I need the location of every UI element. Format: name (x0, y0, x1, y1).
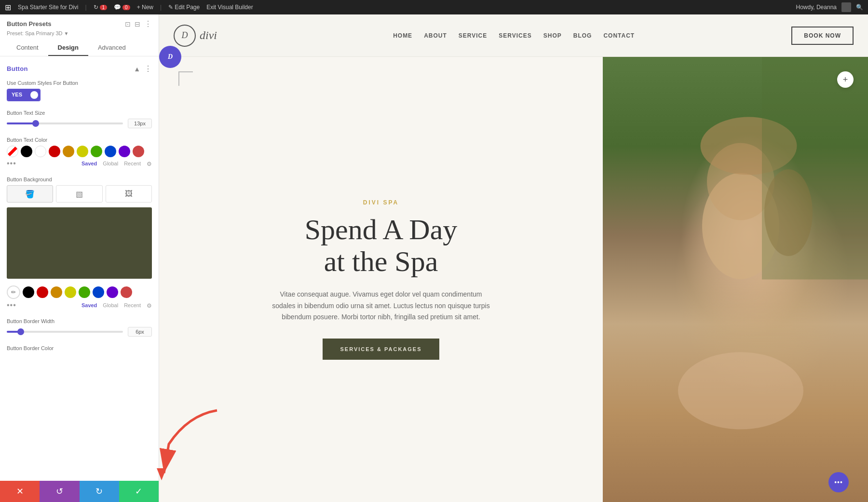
tab-content[interactable]: Content (7, 40, 48, 56)
update-icon: ↻ (94, 4, 98, 11)
border-width-thumb[interactable] (17, 328, 24, 335)
palette-tab-global[interactable]: Global (103, 302, 118, 309)
border-color-field: Button Border Color (7, 345, 152, 351)
edit-page-btn[interactable]: ✎ Edit Page (168, 4, 200, 11)
nav-shop[interactable]: SHOP (543, 32, 562, 39)
palette-pinkred[interactable] (121, 286, 132, 298)
color-swatch-black[interactable] (21, 146, 32, 157)
save-button[interactable]: ✓ (119, 481, 159, 502)
wordpress-logo[interactable]: ⊞ (5, 3, 11, 12)
nav-home[interactable]: HOME (393, 32, 412, 39)
toggle-slider[interactable] (26, 90, 40, 100)
panel-menu-icon[interactable]: ⋮ (144, 19, 152, 28)
palette-green[interactable] (79, 286, 90, 298)
text-size-track[interactable] (7, 122, 123, 124)
color-tab-recent[interactable]: Recent (124, 161, 141, 167)
preset-text: Preset: Spa Primary 3D (7, 30, 63, 36)
palette-orange[interactable] (51, 286, 62, 298)
plus-icon: + (843, 75, 848, 85)
panel-body: Button ▲ ⋮ Use Custom Styles For Button … (0, 56, 159, 481)
tab-design[interactable]: Design (48, 40, 88, 56)
hero-cta-button[interactable]: SERVICES & PACKAGES (323, 339, 439, 360)
gradient-icon: ▧ (76, 190, 83, 199)
color-swatch-yellow[interactable] (77, 146, 88, 157)
nav-service[interactable]: SERVICE (459, 32, 487, 39)
search-icon[interactable]: 🔍 (856, 4, 863, 11)
nav-contact[interactable]: CONTACT (603, 32, 635, 39)
comments-btn[interactable]: 💬 0 (114, 4, 130, 11)
color-swatch-blue[interactable] (105, 146, 116, 157)
panel-header: Button Presets ⊡ ⊟ ⋮ Preset: Spa Primary… (0, 14, 159, 56)
edit-icon: ✎ (168, 4, 173, 11)
image-icon: 🖼 (125, 190, 133, 198)
site-name-link[interactable]: Spa Starter Site for Divi (18, 4, 78, 11)
three-dots-button[interactable]: ••• (828, 472, 849, 492)
palette-tab-saved[interactable]: Saved (81, 302, 97, 309)
custom-styles-toggle[interactable]: YES (7, 89, 41, 101)
palette-yellow[interactable] (65, 286, 76, 298)
color-swatch-purple[interactable] (119, 146, 130, 157)
border-width-value[interactable]: 6px (128, 327, 152, 337)
separator-2: | (160, 4, 162, 11)
panel-resize-icon[interactable]: ⊡ (125, 20, 131, 28)
palette-more-icon[interactable]: ••• (7, 301, 16, 310)
undo-button[interactable]: ↺ (40, 481, 79, 502)
text-size-thumb[interactable] (32, 120, 39, 127)
panel-footer: ✕ ↺ ↻ ✓ (0, 481, 159, 502)
text-color-swatches (7, 146, 152, 157)
section-menu-icon[interactable]: ⋮ (144, 64, 152, 73)
color-tab-global[interactable]: Global (103, 161, 118, 167)
color-tab-saved[interactable]: Saved (81, 161, 97, 167)
bg-type-gradient[interactable]: ▧ (56, 185, 102, 203)
preset-selector[interactable]: Preset: Spa Primary 3D ▼ (7, 30, 152, 36)
panel-title-row: Button Presets ⊡ ⊟ ⋮ (7, 19, 152, 28)
exit-builder-btn[interactable]: Exit Visual Builder (206, 4, 253, 11)
palette-black[interactable] (23, 286, 34, 298)
redo-button[interactable]: ↻ (80, 481, 119, 502)
bg-type-solid[interactable]: 🪣 (7, 185, 53, 203)
color-swatch-transparent[interactable] (7, 146, 18, 157)
color-swatch-green[interactable] (91, 146, 102, 157)
color-settings-icon[interactable]: ⚙ (147, 161, 152, 167)
user-avatar[interactable] (841, 2, 851, 12)
text-color-label: Button Text Color (7, 137, 152, 143)
palette-tab-recent[interactable]: Recent (124, 302, 141, 309)
add-section-button[interactable]: + (837, 71, 854, 88)
collapse-icon[interactable]: ▲ (134, 65, 140, 73)
panel-split-icon[interactable]: ⊟ (135, 20, 140, 28)
color-swatch-red[interactable] (49, 146, 60, 157)
cancel-button[interactable]: ✕ (0, 481, 40, 502)
palette-blue[interactable] (93, 286, 104, 298)
palette-red[interactable] (37, 286, 48, 298)
undo-icon: ↺ (56, 486, 63, 497)
more-colors-icon[interactable]: ••• (7, 159, 16, 168)
bg-type-row: 🪣 ▧ 🖼 (7, 185, 152, 203)
nav-blog[interactable]: BLOG (573, 32, 592, 39)
palette-purple[interactable] (107, 286, 118, 298)
tab-advanced[interactable]: Advanced (88, 40, 136, 56)
nav-about[interactable]: ABOUT (424, 32, 447, 39)
main-layout: Button Presets ⊡ ⊟ ⋮ Preset: Spa Primary… (0, 14, 868, 502)
section-title: Button (7, 65, 28, 72)
updates-btn[interactable]: ↻ 1 (94, 4, 108, 11)
color-swatch-orange[interactable] (63, 146, 74, 157)
border-width-label: Button Border Width (7, 318, 152, 324)
bg-type-image[interactable]: 🖼 (106, 185, 152, 203)
new-btn[interactable]: + New (137, 4, 153, 11)
hero-image (603, 57, 868, 502)
hero-title: Spend A Day at the Spa (305, 214, 458, 277)
color-swatch-white[interactable] (35, 146, 46, 157)
text-size-value[interactable]: 13px (128, 119, 152, 128)
logo-letter: D (182, 30, 188, 41)
palette-settings-icon[interactable]: ⚙ (147, 302, 152, 309)
topbar-right: Howdy, Deanna 🔍 (796, 2, 864, 12)
divi-floating-btn[interactable]: D (159, 46, 181, 68)
border-width-track[interactable] (7, 331, 123, 333)
content-area: D D divi HOME ABOUT SERVICE SERVICES SHO… (159, 14, 868, 502)
cancel-icon: ✕ (16, 486, 24, 497)
hero-left: DIVI SPA Spend A Day at the Spa Vitae co… (159, 57, 603, 502)
nav-services[interactable]: SERVICES (499, 32, 531, 39)
color-picker-icon[interactable]: ✏ (7, 285, 20, 299)
book-now-button[interactable]: BOOK NOW (791, 27, 854, 45)
color-swatch-pinkred[interactable] (133, 146, 144, 157)
